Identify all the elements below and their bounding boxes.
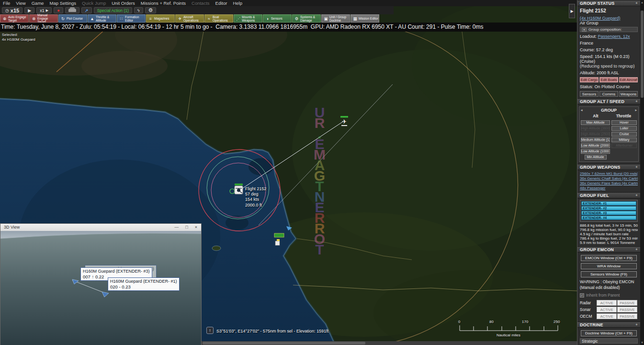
weapon-link[interactable]: 48x Passenger	[580, 186, 638, 191]
manual-engage-target-button[interactable]: ⊗Manual Engage Target	[29, 14, 58, 23]
lightning-button[interactable]: ϟ	[134, 7, 143, 13]
wra-window-button[interactable]: WRA Window	[581, 263, 636, 269]
fuel-unit-row[interactable]: EXTENDER- #4	[581, 216, 636, 220]
scroll-up-icon[interactable]: ▴	[640, 0, 644, 5]
group-composition-link[interactable]: (4x H160M Guepard)	[580, 16, 621, 21]
svg-text:✈: ✈	[342, 118, 347, 125]
special-action-button[interactable]: Special Action (1)	[94, 7, 132, 13]
plot-course-button[interactable]: ↻Plot Course	[58, 14, 87, 23]
pin-icon[interactable]: ⌖	[635, 0, 638, 6]
sidebar-scrollbar[interactable]: ▴ ▾	[640, 0, 644, 345]
edit-boats-button[interactable]: Edit Boats	[599, 77, 618, 82]
group-status-header[interactable]: GROUP STATUS ⌖	[577, 0, 640, 6]
menu-editor[interactable]: Editor	[215, 0, 227, 6]
edit-cargo-button[interactable]: Edit Cargo	[580, 77, 599, 82]
max-altitude-button[interactable]: Max Altitude	[581, 120, 610, 125]
pin-icon[interactable]: ⌖	[635, 164, 638, 170]
medium-altitude-button[interactable]: Medium Altitude (12000 ft)	[581, 138, 610, 142]
vehicle-button[interactable]	[65, 7, 79, 13]
mounts-weapons-button[interactable]: ⋰Mounts & Weapons	[234, 14, 262, 23]
weapon-link[interactable]: 36x Generic Flare Salvo [4x Cartridges, …	[580, 181, 638, 186]
scroll-down-icon[interactable]: ▾	[640, 340, 644, 345]
sensors-button[interactable]: ◑Sensors	[263, 14, 292, 23]
throttle-altitude-button[interactable]: ▲Throttle & Altitude	[88, 14, 116, 23]
boat-operations-button[interactable]: ≈Boat Operations	[204, 14, 233, 23]
min-altitude-button[interactable]: Min Altitude	[585, 155, 607, 160]
record-button[interactable]: ●	[54, 7, 63, 13]
doctrine-header[interactable]: DOCTRINE ⌖	[577, 322, 640, 328]
oecm-active-button[interactable]: ACTIVE	[597, 313, 617, 319]
mission-editor-button[interactable]: ▦Mission Editor	[350, 14, 379, 23]
unit-group-doctrine-button[interactable]: ▣Unit / Group Doctrine	[321, 14, 350, 23]
group-weapons-header[interactable]: GROUP WEAPONS ⌖	[577, 164, 640, 170]
low-altitude-1000-button[interactable]: Low Altitude (1000 ft)	[581, 149, 610, 154]
menu-missions-ref-points[interactable]: Missions + Ref. Points	[141, 0, 186, 6]
menu-help[interactable]: Help	[233, 0, 242, 6]
auto-engage-target-button[interactable]: ⊕Auto Engage Target	[0, 14, 29, 23]
menu-unit-orders[interactable]: Unit Orders	[112, 0, 135, 6]
sonar-active-button[interactable]: ACTIVE	[597, 307, 617, 312]
chevron-right-icon[interactable]: ▸	[635, 108, 637, 112]
settings-button[interactable]: ⚙	[145, 7, 157, 13]
sensors-tab-button[interactable]: Sensors	[580, 91, 599, 97]
fuel-unit-row[interactable]: EXTENDER- #3	[581, 211, 636, 215]
time-compression-button[interactable]: ◷ x15	[2, 7, 23, 13]
time-status-text: Time: Tuesday, June 8, 2027 - Zulu: 05:5…	[1, 23, 483, 30]
aircraft-operations-button[interactable]: ✈Aircraft Operations	[175, 14, 204, 23]
minimize-icon[interactable]: —	[174, 224, 179, 231]
menu-map-settings[interactable]: Map Settings	[50, 0, 76, 6]
low-altitude-2000-button[interactable]: Low Altitude (2000 ft)	[581, 143, 610, 148]
edit-aircraft-button[interactable]: Edit Aircraft	[619, 77, 638, 82]
group-alt-speed-body: ◂ GROUP ▸ Alt Throttle Max Altitude High…	[577, 104, 640, 164]
group-alt-speed-header[interactable]: GROUP ALT / SPEED ⌖	[577, 98, 640, 104]
radar-active-button[interactable]: ACTIVE	[597, 300, 617, 306]
run-button[interactable]: ▶	[24, 7, 34, 13]
menu-file[interactable]: File	[3, 0, 10, 6]
comms-tab-button[interactable]: Comms	[599, 91, 618, 97]
close-icon[interactable]: ×	[195, 224, 197, 231]
formation-editor-button[interactable]: ∷Formation Editor	[117, 14, 146, 23]
group-composition-toggle[interactable]: ▾ Group composition:	[580, 27, 638, 32]
radar-passive-button[interactable]: PASSIVE	[617, 300, 637, 306]
scrollbar-thumb[interactable]	[203, 342, 365, 345]
systems-damage-button[interactable]: ⚙Systems & Damage	[292, 14, 321, 23]
3d-view-window[interactable]: 3D View — □ × H160M Guepa	[0, 223, 202, 345]
pin-icon[interactable]: ⌖	[635, 193, 638, 198]
military-throttle-button[interactable]: Military	[611, 138, 637, 142]
group-emcon-header[interactable]: GROUP EMCON ⌖	[577, 246, 640, 253]
weapons-tab-button[interactable]: Weapons	[619, 91, 638, 97]
loiter-throttle-button[interactable]: Loiter	[611, 126, 637, 131]
map-horizontal-scrollbar[interactable]	[202, 341, 577, 345]
fuel-unit-row[interactable]: EXTENDER- #2	[581, 206, 636, 210]
3d-view-canvas[interactable]: H160M Guepard (EXTENDER- #4) 027 ↑ 0.22 …	[0, 231, 201, 345]
hover-throttle-button[interactable]: Hover	[611, 120, 637, 125]
throttle-column-label: Throttle	[610, 114, 637, 118]
magazines-button[interactable]: ≡Magazines	[146, 14, 175, 23]
cruise-throttle-button[interactable]: Cruise	[611, 132, 637, 137]
menu-view[interactable]: View	[16, 0, 25, 6]
fuel-unit-row[interactable]: EXTENDER- #1	[581, 201, 636, 206]
group-fuel-header[interactable]: GROUP FUEL ⌖	[577, 192, 640, 198]
weapon-link[interactable]: 36x Generic Chaff Salvo [4x Cartridges]	[580, 176, 638, 181]
menu-quick-jump: Quick Jump	[82, 0, 106, 6]
maximize-icon[interactable]: □	[185, 224, 188, 231]
sonar-passive-button[interactable]: PASSIVE	[617, 307, 637, 312]
loadout-link[interactable]: Passengers, 12x	[598, 34, 630, 39]
weapon-link[interactable]: 2560x 7.62mm MG Burst [20 rnds]	[580, 172, 638, 176]
pin-icon[interactable]: ⌖	[635, 247, 638, 252]
inherit-checkbox[interactable]: ✓	[580, 293, 584, 298]
step-button[interactable]: x1 ▶	[36, 7, 52, 13]
sensors-window-button[interactable]: Sensors Window (F9)	[581, 271, 636, 277]
oecm-passive-button[interactable]: PASSIVE	[617, 313, 637, 319]
doctrine-window-button[interactable]: Doctrine Window (Ctrl + F9)	[581, 330, 636, 336]
sidebar-collapse-button[interactable]: ▶	[569, 4, 575, 18]
pin-icon[interactable]: ⌖	[635, 99, 638, 104]
jump-button[interactable]: ↗	[81, 7, 92, 13]
lightning-icon: ϟ	[137, 8, 140, 13]
emcon-window-button[interactable]: EMCON Window (Ctrl + F9)	[581, 255, 636, 261]
pin-icon[interactable]: ⌖	[635, 322, 638, 327]
scrollbar-thumb[interactable]	[641, 11, 644, 98]
menu-game[interactable]: Game	[32, 0, 44, 6]
north-up-icon[interactable]: ↑	[206, 327, 214, 334]
3d-view-titlebar[interactable]: 3D View — □ ×	[0, 224, 201, 231]
